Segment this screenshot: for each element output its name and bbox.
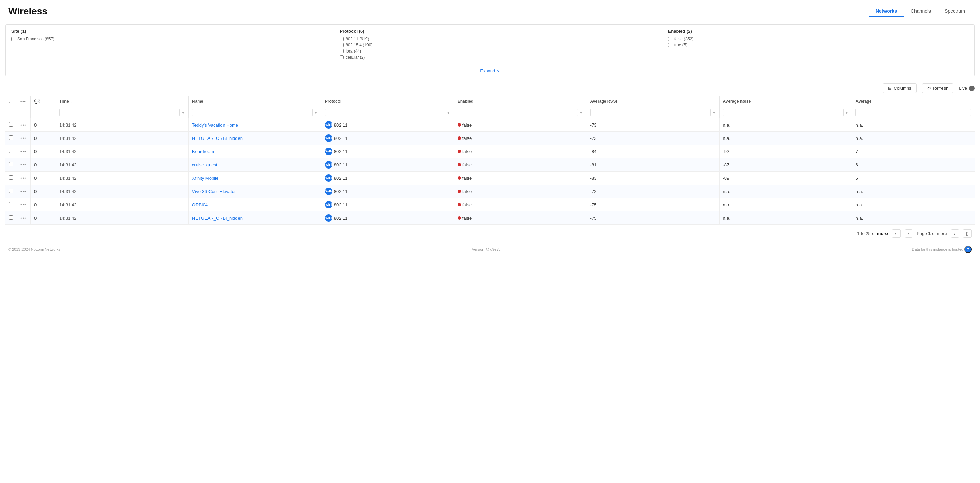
time-filter-input[interactable] (59, 109, 180, 116)
average-filter-input[interactable] (856, 109, 971, 116)
columns-button[interactable]: ⊞ Columns (883, 83, 916, 93)
filter-comment-cell (31, 107, 56, 118)
protocol-item-cellular[interactable]: cellular (2) (339, 55, 640, 60)
sort-icon[interactable]: ↓ (70, 100, 72, 103)
protocol-badge: WiFi 802.11 (325, 134, 348, 142)
enabled-item-true[interactable]: true (5) (668, 43, 969, 48)
protocol-item-802154[interactable]: 802.15.4 (190) (339, 43, 640, 48)
enabled-filter-icon[interactable]: ▼ (579, 111, 583, 114)
row-checkbox[interactable] (9, 175, 13, 180)
row-dots-icon[interactable]: ••• (21, 176, 26, 181)
row-name: NETGEAR_ORBI_hidden (188, 211, 321, 225)
row-checkbox[interactable] (9, 122, 13, 127)
row-name-link[interactable]: NETGEAR_ORBI_hidden (192, 136, 243, 141)
row-dots-icon[interactable]: ••• (21, 149, 26, 154)
main-table: ••• 💬 Time ↓ Name (5, 96, 975, 225)
row-checkbox[interactable] (9, 202, 13, 207)
refresh-label: Refresh (933, 86, 948, 91)
protocol-label-lora: lora (44) (346, 49, 361, 54)
protocol-checkbox-cellular[interactable] (339, 55, 344, 59)
row-actions[interactable]: ••• (17, 132, 31, 145)
protocol-filter-icon[interactable]: ▼ (447, 111, 450, 114)
enabled-filter-group: Enabled (2) false (852) true (5) (668, 29, 969, 61)
prev-page-button[interactable]: ‹ (905, 229, 912, 238)
row-avg-rssi: -84 (587, 145, 719, 158)
tab-networks[interactable]: Networks (869, 5, 904, 17)
row-name-link[interactable]: Vive-36-Corr_Elevator (192, 189, 236, 194)
row-dots-icon[interactable]: ••• (21, 202, 26, 207)
enabled-checkbox-true[interactable] (668, 43, 672, 47)
help-button[interactable]: ? (964, 246, 972, 253)
row-name-link[interactable]: Teddy's Vacation Home (192, 122, 238, 127)
enabled-checkbox-false[interactable] (668, 37, 672, 41)
select-all-checkbox[interactable] (9, 99, 13, 103)
copyright: © 2013-2024 Nozomi Networks (8, 247, 60, 251)
protocol-value: 802.11 (334, 202, 348, 207)
row-checkbox-cell (5, 211, 17, 225)
avg-noise-header: Average noise (719, 96, 852, 107)
row-dots-icon[interactable]: ••• (21, 216, 26, 221)
protocol-value: 802.11 (334, 189, 348, 194)
site-item-sf[interactable]: San Francisco (857) (11, 37, 312, 41)
row-dots-icon[interactable]: ••• (21, 189, 26, 194)
protocol-item-lora[interactable]: lora (44) (339, 49, 640, 54)
enabled-filter-input[interactable] (458, 109, 578, 116)
enabled-cell: false (458, 149, 583, 154)
table-body: ••• 0 14:31:42 Teddy's Vacation Home WiF… (5, 118, 975, 225)
protocol-value: 802.11 (334, 149, 348, 154)
protocol-filter-input[interactable] (325, 109, 445, 116)
first-page-button[interactable]: ⟨| (892, 229, 901, 238)
row-checkbox[interactable] (9, 189, 13, 193)
row-count: 0 (34, 176, 37, 181)
row-checkbox[interactable] (9, 135, 13, 140)
row-average: 7 (852, 145, 975, 158)
enabled-item-false[interactable]: false (852) (668, 37, 969, 41)
time-filter-icon[interactable]: ▼ (181, 111, 185, 114)
row-checkbox[interactable] (9, 162, 13, 167)
protocol-checkbox-802154[interactable] (339, 43, 344, 47)
row-checkbox[interactable] (9, 215, 13, 220)
row-actions[interactable]: ••• (17, 198, 31, 211)
row-actions[interactable]: ••• (17, 158, 31, 172)
row-actions[interactable]: ••• (17, 211, 31, 225)
row-name-link[interactable]: Xfinity Mobile (192, 176, 218, 181)
row-actions[interactable]: ••• (17, 172, 31, 185)
tab-channels[interactable]: Channels (904, 5, 938, 17)
name-header-label: Name (192, 99, 204, 104)
row-dots-icon[interactable]: ••• (21, 162, 26, 167)
avg-rssi-header-label: Average RSSI (590, 99, 617, 104)
protocol-checkbox-80211[interactable] (339, 37, 344, 41)
last-page-button[interactable]: |⟩ (963, 229, 972, 238)
tab-spectrum[interactable]: Spectrum (938, 5, 972, 17)
table-row: ••• 0 14:31:42 Teddy's Vacation Home WiF… (5, 118, 975, 132)
row-actions[interactable]: ••• (17, 145, 31, 158)
row-name-link[interactable]: ORBI04 (192, 202, 208, 207)
site-checkbox-sf[interactable] (11, 37, 15, 41)
row-actions[interactable]: ••• (17, 118, 31, 132)
rssi-filter-input[interactable] (590, 109, 711, 116)
next-page-button[interactable]: › (951, 229, 958, 238)
name-filter-icon[interactable]: ▼ (314, 111, 318, 114)
rssi-filter-icon[interactable]: ▼ (712, 111, 716, 114)
row-name-link[interactable]: cruise_guest (192, 162, 217, 167)
protocol-item-80211[interactable]: 802.11 (619) (339, 37, 640, 41)
row-name-link[interactable]: NETGEAR_ORBI_hidden (192, 216, 243, 221)
row-checkbox-cell (5, 132, 17, 145)
protocol-value: 802.11 (334, 176, 348, 181)
name-filter-input[interactable] (192, 109, 313, 116)
wifi-icon: WiFi (325, 174, 332, 182)
row-checkbox[interactable] (9, 149, 13, 153)
enabled-cell: false (458, 202, 583, 207)
protocol-checkbox-lora[interactable] (339, 49, 344, 53)
row-dots-icon[interactable]: ••• (21, 122, 26, 127)
expand-bar[interactable]: Expand ∨ (6, 65, 974, 76)
row-actions[interactable]: ••• (17, 185, 31, 198)
row-count: 0 (34, 149, 37, 154)
refresh-button[interactable]: ↻ Refresh (922, 83, 954, 93)
row-average: 5 (852, 172, 975, 185)
row-name-link[interactable]: Boardroom (192, 149, 214, 154)
protocol-badge: WiFi 802.11 (325, 187, 348, 195)
noise-filter-icon[interactable]: ▼ (845, 111, 849, 114)
row-dots-icon[interactable]: ••• (21, 136, 26, 141)
noise-filter-input[interactable] (723, 109, 843, 116)
